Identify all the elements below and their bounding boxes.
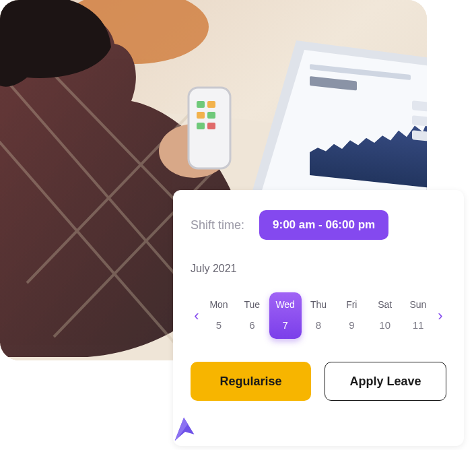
month-label: July 2021 [191,263,446,275]
regularise-button[interactable]: Regularise [191,362,311,401]
day-sat[interactable]: Sat 10 [369,292,401,339]
svg-rect-12 [207,112,215,119]
day-number: 5 [203,319,235,331]
svg-rect-11 [197,112,205,119]
day-sun[interactable]: Sun 11 [402,292,434,339]
svg-rect-13 [197,123,205,129]
day-number: 6 [236,319,268,331]
shift-time-badge: 9:00 am - 06:00 pm [259,210,388,240]
svg-rect-18 [412,115,427,127]
shift-row: Shift time: 9:00 am - 06:00 pm [191,210,446,240]
svg-rect-17 [412,100,427,112]
day-fri[interactable]: Fri 9 [335,292,368,339]
day-thu[interactable]: Thu 8 [302,292,335,339]
day-name: Thu [302,299,335,310]
svg-rect-14 [207,123,215,129]
svg-rect-19 [412,130,427,141]
day-number: 11 [402,319,434,331]
apply-leave-button[interactable]: Apply Leave [325,362,446,401]
day-name: Tue [236,299,268,310]
shift-time-label: Shift time: [191,218,244,232]
svg-rect-10 [207,101,215,108]
day-number: 8 [302,319,335,331]
week-picker: ‹ Mon 5 Tue 6 Wed 7 Thu 8 Fri 9 [191,292,446,339]
action-row: Regularise Apply Leave [191,362,446,401]
cursor-arrow-icon [170,415,201,446]
day-name: Sun [402,299,434,310]
day-name: Wed [269,299,302,310]
day-name: Sat [369,299,401,310]
days-row: Mon 5 Tue 6 Wed 7 Thu 8 Fri 9 Sat 10 [203,292,434,339]
svg-rect-9 [197,101,205,108]
next-week-button[interactable]: › [434,309,446,323]
day-tue[interactable]: Tue 6 [236,292,268,339]
day-name: Mon [203,299,235,310]
day-number: 9 [335,319,368,331]
previous-week-button[interactable]: ‹ [191,309,203,323]
day-number: 7 [269,319,302,331]
day-number: 10 [369,319,401,331]
day-name: Fri [335,299,368,310]
attendance-card: Shift time: 9:00 am - 06:00 pm July 2021… [173,190,464,446]
day-wed[interactable]: Wed 7 [269,292,302,339]
day-mon[interactable]: Mon 5 [203,292,235,339]
